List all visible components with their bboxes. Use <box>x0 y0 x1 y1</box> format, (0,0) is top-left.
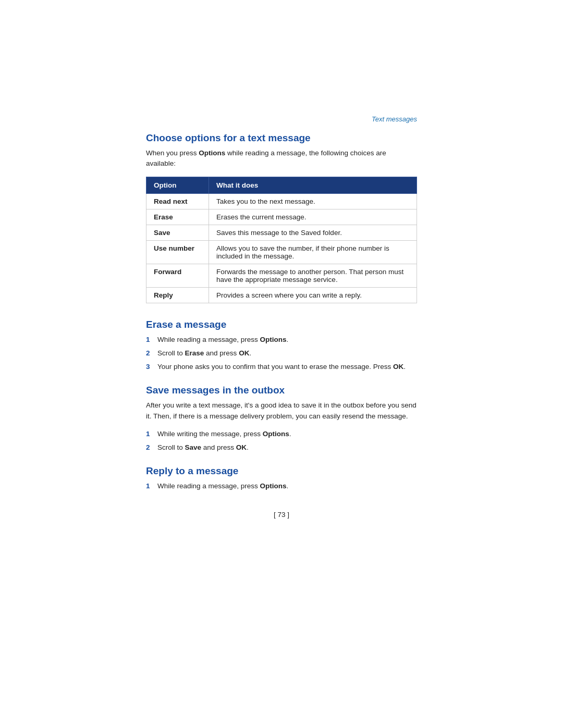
table-cell-option: Forward <box>146 264 209 287</box>
table-cell-description: Saves this message to the Saved folder. <box>209 225 417 240</box>
table-row: SaveSaves this message to the Saved fold… <box>146 225 417 240</box>
table-cell-description: Provides a screen where you can write a … <box>209 287 417 303</box>
section-save-messages: Save messages in the outbox After you wr… <box>146 385 417 453</box>
step-number: 2 <box>146 348 157 359</box>
list-item: 1 While writing the message, press Optio… <box>146 429 417 439</box>
section1-heading: Choose options for a text message <box>146 132 417 144</box>
table-row: ForwardForwards the message to another p… <box>146 264 417 287</box>
table-header-what-it-does: What it does <box>209 177 417 193</box>
step-text: Your phone asks you to confirm that you … <box>157 362 417 372</box>
section3-steps: 1 While writing the message, press Optio… <box>146 429 417 453</box>
list-item: 1 While reading a message, press Options… <box>146 481 417 491</box>
table-row: Use numberAllows you to save the number,… <box>146 240 417 264</box>
list-item: 2 Scroll to Erase and press OK. <box>146 348 417 359</box>
options-table: Option What it does Read nextTakes you t… <box>146 177 417 303</box>
table-cell-description: Erases the current message. <box>209 209 417 225</box>
section-choose-options: Choose options for a text message When y… <box>146 132 417 303</box>
step-number: 2 <box>146 442 157 453</box>
section-reply-message: Reply to a message 1 While reading a mes… <box>146 465 417 491</box>
section3-intro: After you write a text message, it's a g… <box>146 400 417 422</box>
table-row: Read nextTakes you to the next message. <box>146 193 417 209</box>
section3-heading: Save messages in the outbox <box>146 385 417 396</box>
step-number: 3 <box>146 362 157 372</box>
table-cell-option: Use number <box>146 240 209 264</box>
table-header-option: Option <box>146 177 209 193</box>
table-cell-description: Forwards the message to another person. … <box>209 264 417 287</box>
section1-intro: When you press Options while reading a m… <box>146 148 417 169</box>
table-cell-option: Reply <box>146 287 209 303</box>
table-cell-option: Erase <box>146 209 209 225</box>
step-text: Scroll to Save and press OK. <box>157 442 417 453</box>
table-cell-option: Read next <box>146 193 209 209</box>
step-text: While reading a message, press Options. <box>157 481 417 491</box>
list-item: 2 Scroll to Save and press OK. <box>146 442 417 453</box>
table-row: ReplyProvides a screen where you can wri… <box>146 287 417 303</box>
step-text: Scroll to Erase and press OK. <box>157 348 417 359</box>
step-number: 1 <box>146 481 157 491</box>
list-item: 1 While reading a message, press Options… <box>146 335 417 345</box>
section2-steps: 1 While reading a message, press Options… <box>146 335 417 373</box>
breadcrumb-label: Text messages <box>372 115 417 123</box>
table-cell-description: Takes you to the next message. <box>209 193 417 209</box>
breadcrumb: Text messages <box>146 115 417 123</box>
list-item: 3 Your phone asks you to confirm that yo… <box>146 362 417 372</box>
step-number: 1 <box>146 335 157 345</box>
section2-heading: Erase a message <box>146 319 417 330</box>
section-erase-message: Erase a message 1 While reading a messag… <box>146 319 417 373</box>
table-cell-option: Save <box>146 225 209 240</box>
step-text: While writing the message, press Options… <box>157 429 417 439</box>
step-text: While reading a message, press Options. <box>157 335 417 345</box>
table-cell-description: Allows you to save the number, if their … <box>209 240 417 264</box>
page-number: [ 73 ] <box>146 511 417 519</box>
section4-steps: 1 While reading a message, press Options… <box>146 481 417 491</box>
section4-heading: Reply to a message <box>146 465 417 477</box>
step-number: 1 <box>146 429 157 439</box>
page: Text messages Choose options for a text … <box>0 0 563 728</box>
table-row: EraseErases the current message. <box>146 209 417 225</box>
